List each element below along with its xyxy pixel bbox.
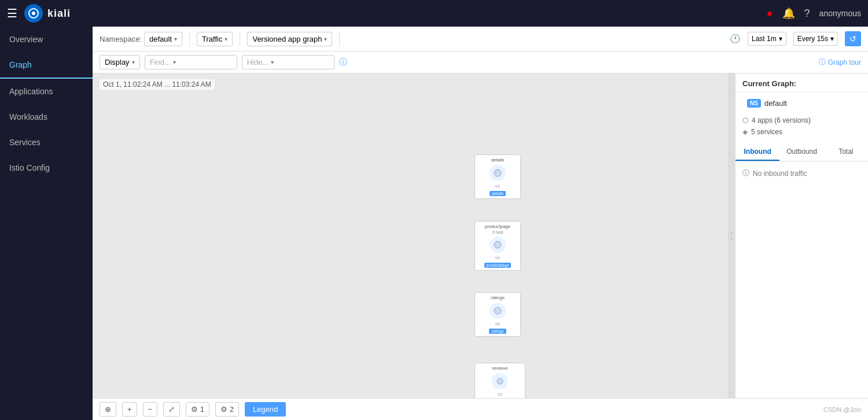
node-ratings-version: v1 (477, 321, 518, 326)
hamburger-icon[interactable]: ☰ (7, 6, 17, 20)
legend-button[interactable]: Legend (245, 402, 286, 417)
collapse-arrow: › (731, 231, 733, 236)
layout2-button[interactable]: ⚙ 2 (215, 402, 239, 417)
sidebar-item-workloads[interactable]: Workloads (0, 104, 93, 130)
right-panel: Current Graph: NS default ⬡ 4 apps (6 ve… (735, 73, 868, 398)
node-reviews-title: reviews (477, 366, 523, 371)
node-productpage-badge: productpage (484, 263, 512, 268)
hide-select[interactable]: Hide... ▾ (242, 55, 334, 69)
alert-icon[interactable]: ● (767, 8, 773, 20)
display-chevron: ▾ (132, 59, 135, 65)
traffic-tabs: Inbound Outbound Total (735, 143, 868, 161)
graph-type-select[interactable]: Versioned app graph ▾ (247, 32, 332, 46)
node-reviews[interactable]: reviews v1 v2 v3 reviews (475, 363, 525, 398)
layout1-button[interactable]: ⚙ 1 (186, 402, 209, 417)
traffic-group: Traffic ▾ (197, 32, 240, 46)
namespace-value: default (149, 35, 172, 43)
display-label: Display (105, 58, 130, 67)
find-select[interactable]: Find... ▾ (145, 55, 237, 69)
node-ratings[interactable]: ratings v1 ratings (475, 292, 521, 337)
traffic-select[interactable]: Traffic ▾ (197, 32, 233, 46)
node-details-icon (490, 165, 506, 181)
traffic-chevron: ▾ (225, 36, 227, 42)
time-range-select[interactable]: Last 1m ▾ (748, 32, 786, 46)
node-details[interactable]: details v1 details (475, 154, 521, 199)
brand: kiali (24, 4, 71, 23)
help-icon[interactable]: ? (804, 8, 810, 20)
services-stat-row: ◈ 5 services (735, 126, 868, 138)
tab-outbound[interactable]: Outbound (779, 143, 823, 161)
node-details-version: v1 (477, 183, 518, 189)
no-traffic-text: No inbound traffic (753, 170, 807, 178)
svg-point-2 (494, 170, 501, 176)
node-reviews-icon-v1 (492, 373, 508, 389)
interval-value: Every 15s (797, 35, 828, 43)
node-details-badge: details (490, 191, 506, 196)
interval-select[interactable]: Every 15s ▾ (793, 32, 838, 46)
sidebar-item-graph[interactable]: Graph (0, 52, 93, 79)
clock-icon: 🕐 (730, 34, 741, 44)
graph-area: Oct 1, 11:02:24 AM ... 11:03:24 AM detai… (93, 73, 868, 398)
fit-button[interactable]: ⊕ (100, 402, 116, 417)
namespace-badge: NS default (742, 97, 861, 110)
copyright: CSDN @Jzin (823, 406, 861, 413)
no-traffic-icon: ⓘ (742, 168, 749, 178)
ns-tag: NS (747, 99, 761, 108)
graph-timestamp: Oct 1, 11:02:24 AM ... 11:03:24 AM (100, 79, 215, 90)
hide-chevron: ▾ (271, 59, 274, 65)
bell-icon[interactable]: 🔔 (782, 7, 795, 20)
ns-name: default (764, 99, 787, 108)
logo-icon (24, 4, 43, 23)
display-select[interactable]: Display ▾ (100, 55, 140, 69)
traffic-value: Traffic (202, 35, 222, 43)
node-productpage[interactable]: productpage 1 host v1 productpage (475, 221, 521, 271)
toolbar-row2: Display ▾ Find... ▾ Hide... ▾ ⓘ ⓘ Graph … (93, 51, 868, 73)
sidebar-item-services[interactable]: Services (0, 130, 93, 155)
node-ratings-badge: ratings (489, 329, 506, 334)
node-ratings-icon (490, 303, 506, 319)
bottom-toolbar: ⊕ + − ⤢ ⚙ 1 ⚙ 2 Legend CSDN @Jzin (93, 398, 868, 420)
graph-canvas[interactable]: Oct 1, 11:02:24 AM ... 11:03:24 AM detai… (93, 73, 728, 398)
namespace-select[interactable]: default ▾ (144, 32, 182, 46)
navbar: ☰ kiali ● 🔔 ? anonymous (0, 0, 868, 27)
side-collapse[interactable]: › ‹ (728, 73, 735, 398)
graph-tour-link[interactable]: ⓘ Graph tour (819, 57, 861, 67)
zoom-out-button[interactable]: − (143, 402, 158, 417)
node-productpage-icon (490, 237, 506, 253)
zoom-in-button[interactable]: + (122, 402, 137, 417)
namespace-label: Namespace: (100, 35, 142, 43)
apps-stat: 4 apps (6 versions) (752, 116, 811, 124)
collapse-arrow2: ‹ (731, 236, 733, 241)
sidebar-item-overview[interactable]: Overview (0, 27, 93, 52)
navbar-right: ● 🔔 ? anonymous (767, 7, 861, 20)
graph-type-value: Versioned app graph (252, 35, 322, 43)
sidebar: Overview Graph Applications Workloads Se… (0, 27, 93, 420)
refresh-button[interactable]: ↺ (845, 31, 861, 46)
expand-button[interactable]: ⤢ (163, 402, 180, 417)
interval-chevron: ▾ (830, 35, 834, 43)
graph-tour-label: Graph tour (828, 58, 861, 67)
svg-point-4 (494, 307, 501, 314)
toolbar-right: 🕐 Last 1m ▾ Every 15s ▾ ↺ (730, 31, 861, 46)
user-label[interactable]: anonymous (819, 9, 861, 18)
tab-total[interactable]: Total (824, 143, 868, 161)
tab-inbound[interactable]: Inbound (735, 143, 779, 161)
services-stat: 5 services (751, 128, 782, 136)
sidebar-item-istio-config[interactable]: Istio Config (0, 155, 93, 180)
namespace-chevron: ▾ (174, 36, 177, 42)
info-icon[interactable]: ⓘ (339, 57, 347, 68)
apps-stat-row: ⬡ 4 apps (6 versions) (735, 115, 868, 126)
toolbar2-right: ⓘ Graph tour (819, 57, 861, 67)
node-productpage-version: v1 (477, 255, 518, 260)
find-placeholder: Find... (150, 58, 171, 67)
svg-point-5 (497, 378, 503, 384)
main-layout: Overview Graph Applications Workloads Se… (0, 27, 868, 420)
node-productpage-hosts: 1 host (477, 230, 518, 234)
node-productpage-title: productpage (477, 224, 518, 229)
sidebar-item-applications[interactable]: Applications (0, 79, 93, 104)
services-icon: ◈ (742, 128, 748, 136)
graph-type-group: Versioned app graph ▾ (247, 32, 340, 46)
svg-point-3 (494, 241, 501, 248)
content: Namespace: default ▾ Traffic ▾ Versioned… (93, 27, 868, 420)
time-range-chevron: ▾ (779, 35, 782, 43)
